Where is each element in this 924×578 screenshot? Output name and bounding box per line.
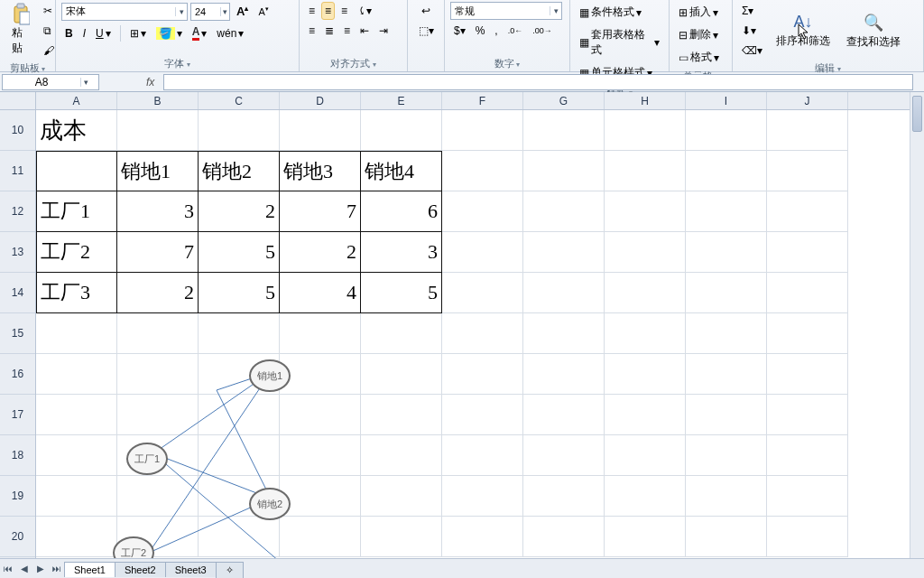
column-header[interactable]: C xyxy=(199,92,280,109)
currency-button[interactable]: $▾ xyxy=(450,22,469,40)
row-header[interactable]: 13 xyxy=(0,232,35,273)
column-header[interactable]: E xyxy=(361,92,442,109)
cell[interactable] xyxy=(523,151,605,191)
align-center-button[interactable]: ≣ xyxy=(321,22,337,40)
cell[interactable] xyxy=(686,191,767,232)
tab-nav-last[interactable]: ⏭ xyxy=(49,564,65,573)
cell[interactable] xyxy=(605,517,686,557)
new-sheet-button[interactable]: ✧ xyxy=(216,562,244,578)
comma-button[interactable]: , xyxy=(491,22,501,40)
indent-dec-button[interactable]: ⇤ xyxy=(356,22,373,40)
cell[interactable] xyxy=(442,354,523,395)
cell[interactable]: 销地1 xyxy=(117,151,199,191)
formula-input[interactable] xyxy=(163,74,913,90)
cell[interactable]: 3 xyxy=(117,191,199,232)
cell[interactable]: 销地3 xyxy=(280,151,361,191)
cell[interactable] xyxy=(523,191,605,232)
row-header[interactable]: 16 xyxy=(0,354,35,395)
cell[interactable] xyxy=(523,435,605,476)
tab-nav-next[interactable]: ▶ xyxy=(32,564,49,573)
tab-nav-first[interactable]: ⏮ xyxy=(0,564,16,573)
cell[interactable] xyxy=(361,110,442,151)
cell[interactable] xyxy=(442,273,523,313)
decrease-decimal-button[interactable]: .00→ xyxy=(529,23,556,38)
cell[interactable] xyxy=(523,110,605,151)
align-top-button[interactable]: ≡ xyxy=(305,2,319,20)
cell[interactable] xyxy=(199,110,280,151)
cell[interactable]: 7 xyxy=(117,232,199,273)
cell[interactable] xyxy=(767,395,848,435)
cell[interactable] xyxy=(361,354,442,395)
copy-button[interactable]: ⧉ xyxy=(40,22,58,40)
row-header[interactable]: 11 xyxy=(0,151,35,191)
cell[interactable] xyxy=(523,313,605,354)
align-bottom-button[interactable]: ≡ xyxy=(337,2,351,20)
cell[interactable]: 工厂2 xyxy=(36,232,117,273)
name-box-input[interactable] xyxy=(3,76,80,89)
cell[interactable] xyxy=(686,517,767,557)
row-header[interactable]: 20 xyxy=(0,517,35,557)
sheet-tab-1[interactable]: Sheet1 xyxy=(64,562,116,577)
cell[interactable] xyxy=(442,476,523,517)
row-header[interactable]: 14 xyxy=(0,273,35,313)
cell[interactable] xyxy=(767,435,848,476)
cell[interactable] xyxy=(686,313,767,354)
sheet-tab-3[interactable]: Sheet3 xyxy=(165,562,217,577)
increase-font-button[interactable]: A▴ xyxy=(233,2,252,21)
row-header[interactable]: 10 xyxy=(0,110,35,151)
cell[interactable] xyxy=(605,191,686,232)
cell[interactable]: 工厂1 xyxy=(36,191,117,232)
fill-color-button[interactable]: 🪣▾ xyxy=(152,24,186,42)
cell[interactable] xyxy=(605,435,686,476)
cell[interactable] xyxy=(442,313,523,354)
cell[interactable]: 5 xyxy=(199,232,280,273)
indent-inc-button[interactable]: ⇥ xyxy=(375,22,392,40)
delete-cells-button[interactable]: ⊟ 删除▾ xyxy=(675,24,722,45)
column-header[interactable]: B xyxy=(117,92,199,109)
font-name-input[interactable] xyxy=(62,6,175,17)
cell[interactable]: 工厂3 xyxy=(36,273,117,313)
cell[interactable] xyxy=(686,395,767,435)
cell[interactable]: 销地4 xyxy=(361,151,442,191)
cell[interactable] xyxy=(767,517,848,557)
cell[interactable] xyxy=(280,313,361,354)
font-size-combo[interactable]: ▾ xyxy=(190,3,230,21)
cell[interactable] xyxy=(686,435,767,476)
find-select-button[interactable]: 🔍 查找和选择 xyxy=(840,10,907,52)
merge-button[interactable]: ⬚▾ xyxy=(415,22,438,40)
number-format-combo[interactable]: ▾ xyxy=(450,2,562,20)
phonetic-button[interactable]: wén▾ xyxy=(213,24,247,42)
align-right-button[interactable]: ≡ xyxy=(340,22,354,40)
row-header[interactable]: 15 xyxy=(0,313,35,354)
cell[interactable] xyxy=(767,354,848,395)
tab-nav-prev[interactable]: ◀ xyxy=(16,564,32,573)
number-format-input[interactable] xyxy=(451,5,550,16)
select-all-corner[interactable] xyxy=(0,92,36,110)
cell[interactable] xyxy=(686,354,767,395)
cell[interactable]: 成本 xyxy=(36,110,117,151)
scroll-thumb[interactable] xyxy=(912,96,922,132)
cell[interactable]: 5 xyxy=(199,273,280,313)
column-header[interactable]: D xyxy=(280,92,361,109)
cell[interactable] xyxy=(605,232,686,273)
insert-cells-button[interactable]: ⊞ 插入▾ xyxy=(675,2,722,23)
align-left-button[interactable]: ≡ xyxy=(305,22,319,40)
cell[interactable] xyxy=(361,395,442,435)
orientation-button[interactable]: ⤹▾ xyxy=(354,2,375,20)
cell[interactable] xyxy=(767,232,848,273)
cell[interactable] xyxy=(686,273,767,313)
cell[interactable] xyxy=(767,476,848,517)
format-painter-button[interactable]: 🖌 xyxy=(40,42,58,60)
borders-button[interactable]: ⊞▾ xyxy=(126,24,150,42)
cell[interactable] xyxy=(117,313,199,354)
cell[interactable] xyxy=(36,313,117,354)
cell[interactable] xyxy=(767,313,848,354)
bold-button[interactable]: B xyxy=(61,24,77,42)
cell[interactable] xyxy=(36,151,117,191)
align-middle-button[interactable]: ≡ xyxy=(321,2,335,20)
cell[interactable] xyxy=(605,313,686,354)
cell[interactable] xyxy=(361,313,442,354)
italic-button[interactable]: I xyxy=(79,24,89,42)
cell[interactable] xyxy=(523,354,605,395)
cell[interactable] xyxy=(361,435,442,476)
